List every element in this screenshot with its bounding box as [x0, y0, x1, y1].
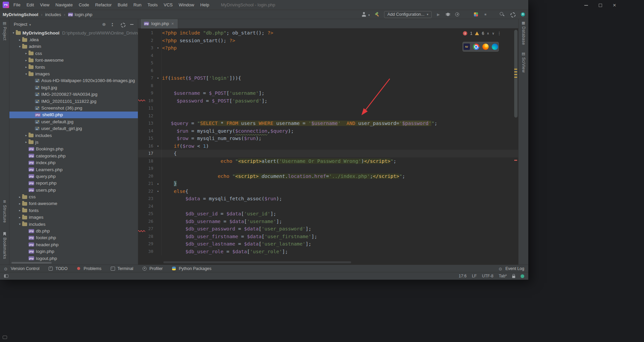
chevron-down-icon[interactable] [27, 22, 31, 27]
chevron-collapsed-icon[interactable] [24, 52, 29, 55]
code-line[interactable]: 1<?php include "db.php"; ob_start(); ?> [138, 29, 518, 37]
code-line[interactable]: 10 $password = $_POST['password']; [138, 97, 518, 105]
file-encoding[interactable]: UTF-8 [482, 274, 493, 278]
tree-item[interactable]: user_default.jpg [9, 118, 138, 125]
tree-item[interactable]: IMG-20200827-WA0034.jpg [9, 91, 138, 98]
tree-item[interactable]: Bookings.php [9, 146, 138, 152]
chevron-collapsed-icon[interactable] [17, 216, 22, 219]
tree-item[interactable]: report.php [9, 180, 138, 187]
code-line[interactable]: 21 } [138, 180, 518, 188]
toolwindow-button-python-packages[interactable]: Python Packages [172, 266, 211, 271]
warning-stripe-mark[interactable] [514, 71, 517, 72]
tree-item[interactable]: font-awesome [9, 57, 138, 64]
tree-item[interactable]: css [9, 50, 138, 57]
breadcrumb-item[interactable]: MyDrivingSchool [3, 12, 38, 17]
tree-item[interactable]: user_default_girl.jpg [9, 125, 138, 132]
collapse-all-icon[interactable] [111, 22, 116, 26]
add-configuration-button[interactable]: Add Configuration... [384, 11, 432, 18]
chevron-expanded-icon[interactable] [24, 72, 29, 76]
code-line[interactable]: 20 echo "<script> document.location.href… [138, 173, 518, 180]
tree-item[interactable]: index.php [9, 159, 138, 166]
update-project-icon[interactable] [464, 12, 469, 17]
tab-login-php[interactable]: login.php [141, 19, 178, 28]
code-line[interactable]: 28 $db_user_firstname = $data['user_firs… [138, 233, 518, 241]
edge-icon[interactable] [492, 44, 498, 50]
tree-item[interactable]: fonts [9, 207, 138, 214]
tree-item[interactable]: users.php [9, 187, 138, 193]
run-icon[interactable] [436, 12, 441, 17]
code-line[interactable]: 13 $query = "SELECT * FROM users WHERE u… [138, 120, 518, 127]
warning-stripe-mark[interactable] [514, 77, 517, 78]
chevron-expanded-icon[interactable] [17, 222, 22, 226]
error-icon[interactable] [463, 31, 467, 36]
warning-stripe-mark[interactable] [514, 69, 517, 70]
lock-icon[interactable] [512, 276, 515, 278]
code-line[interactable]: 18 echo "<script>alert('Username Or Pass… [138, 157, 518, 165]
stripe-button-sciview[interactable]: SciView [519, 52, 528, 73]
tree-item[interactable]: big3.jpg [9, 84, 138, 91]
toolwindow-button-profiler[interactable]: Profiler [143, 266, 163, 271]
code-line[interactable]: 29 $db_user_lastname = $data['user_lastn… [138, 240, 518, 248]
menu-build[interactable]: Build [115, 0, 130, 10]
horizontal-scrollbar[interactable] [11, 262, 52, 264]
menu-vcs[interactable]: VCS [161, 0, 176, 10]
chrome-icon[interactable] [473, 44, 479, 50]
chevron-expanded-icon[interactable] [11, 31, 16, 35]
tree-item[interactable]: font-awesome [9, 200, 138, 207]
tree-item[interactable]: .idea [9, 36, 138, 43]
code-line[interactable]: 5 [138, 59, 518, 67]
chevron-collapsed-icon[interactable] [17, 209, 22, 212]
code-line[interactable]: 4 [138, 52, 518, 60]
tree-item[interactable]: admin [9, 43, 138, 50]
menu-run[interactable]: Run [130, 0, 145, 10]
menu-file[interactable]: File [10, 0, 23, 10]
code-line[interactable]: 15 $row = mysqli_num_rows($run); [138, 135, 518, 142]
tree-item[interactable]: footer.php [9, 234, 138, 241]
chevron-collapsed-icon[interactable] [17, 195, 22, 199]
chevron-collapsed-icon[interactable] [17, 38, 22, 42]
settings-gear-icon[interactable] [120, 22, 125, 26]
intellij-icon[interactable] [464, 44, 470, 50]
tree-item[interactable]: fonts [9, 64, 138, 70]
run-anything-icon[interactable] [473, 12, 479, 17]
code-line[interactable]: 9 $username = $_POST['username']; [138, 89, 518, 97]
search-icon[interactable] [499, 12, 505, 17]
profiler-icon[interactable] [454, 12, 460, 17]
tree-item[interactable]: Screenshot (36).png [9, 105, 138, 111]
menu-refactor[interactable]: Refactor [92, 0, 115, 10]
toolwindow-button-problems[interactable]: Problems [77, 266, 101, 271]
fold-collapse-icon[interactable] [155, 44, 161, 52]
code-line[interactable]: 17 { [138, 150, 518, 157]
error-stripe-mark[interactable] [514, 160, 517, 161]
code-line[interactable]: 19 [138, 165, 518, 173]
code-line[interactable]: 22 else{ [138, 188, 518, 195]
code-line[interactable]: 6 [138, 67, 518, 75]
locate-icon[interactable] [102, 22, 106, 26]
tree-item[interactable]: categories.php [9, 152, 138, 159]
code-line[interactable]: 12 [138, 112, 518, 120]
code-line[interactable]: 16 if($row < 1) [138, 142, 518, 150]
chevron-collapsed-icon[interactable] [24, 59, 29, 62]
toolwindow-toggle-icon[interactable] [4, 274, 8, 278]
previous-issue-icon[interactable]: ∧ [487, 31, 489, 35]
chevron-collapsed-icon[interactable] [24, 140, 29, 144]
indent-style[interactable]: Tab* [499, 274, 507, 278]
chevron-collapsed-icon[interactable] [24, 65, 29, 69]
code-line[interactable]: 30 $db_user_role = $data['user_role']; [138, 248, 518, 256]
tree-item[interactable]: css [9, 193, 138, 200]
caret-position[interactable]: 17:6 [459, 274, 467, 278]
hide-icon[interactable] [130, 22, 135, 26]
fold-collapse-icon[interactable] [155, 188, 161, 195]
settings-icon[interactable] [510, 12, 515, 17]
code-line[interactable]: 3<?php [138, 44, 518, 52]
tree-item[interactable]: header.php [9, 241, 138, 248]
tree-item[interactable]: Asus-HD-Wallpaper-1920x1080-86-images.jp… [9, 77, 138, 84]
stop-icon[interactable] [483, 12, 488, 17]
tree-item[interactable]: db.php [9, 227, 138, 234]
code-line[interactable]: 11 [138, 105, 518, 112]
code-line[interactable]: 7if(isset($_POST['login'])){ [138, 74, 518, 82]
code-line[interactable]: 24 [138, 203, 518, 210]
menu-navigate[interactable]: Navigate [52, 0, 75, 10]
stripe-button-structure[interactable]: Structure [0, 199, 9, 223]
minimize-icon[interactable] [584, 5, 588, 6]
